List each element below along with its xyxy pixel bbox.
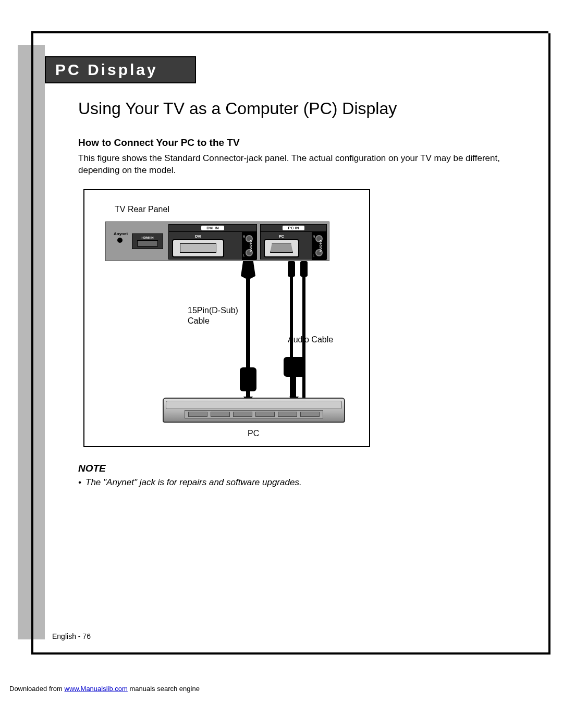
download-footer: Downloaded from www.Manualslib.com manua… bbox=[9, 685, 200, 693]
audio-l-label: L bbox=[313, 254, 314, 257]
vga-connector: PC bbox=[264, 235, 299, 257]
audio-r-label: R bbox=[243, 235, 245, 238]
dvi-port-group: DVI IN DVI R AUDIO L bbox=[168, 224, 257, 260]
audio-vertical-label: AUDIO bbox=[249, 240, 252, 252]
hdmi-in-port: HDMI IN bbox=[132, 233, 163, 249]
audio-merge-icon bbox=[284, 357, 305, 377]
audio-vertical-label: AUDIO bbox=[319, 240, 322, 252]
audio-cable-line bbox=[302, 261, 305, 401]
connection-diagram: TV Rear Panel Anynet HDMI IN DVI IN DVI bbox=[83, 189, 370, 447]
note-item: The "Anynet" jack is for repairs and sof… bbox=[78, 477, 521, 488]
anynet-label: Anynet bbox=[114, 231, 128, 236]
dsub-cable-label-2: Cable bbox=[188, 316, 210, 326]
pc-label: PC bbox=[248, 429, 259, 438]
pc-in-header: PC IN bbox=[261, 225, 326, 232]
anynet-port-icon bbox=[117, 238, 123, 243]
footer-prefix: Downloaded from bbox=[9, 685, 65, 693]
section-header: PC Display bbox=[45, 56, 196, 83]
section-header-text: PC Display bbox=[55, 61, 158, 79]
footer-suffix: manuals search engine bbox=[128, 685, 200, 693]
pc-device-icon bbox=[163, 398, 345, 423]
hdmi-slot-icon bbox=[137, 240, 158, 246]
pc-audio-block: R AUDIO L bbox=[312, 232, 326, 260]
dsub-cable-label-1: 15Pin(D-Sub) bbox=[188, 306, 238, 315]
tv-rear-panel-label: TV Rear Panel bbox=[115, 205, 169, 214]
dvi-in-label: DVI IN bbox=[201, 226, 224, 230]
vga-pins-icon bbox=[270, 243, 293, 253]
dvi-in-header: DVI IN bbox=[169, 225, 256, 232]
audio-l-label: L bbox=[243, 254, 244, 257]
dvi-audio-block: R AUDIO L bbox=[242, 232, 256, 260]
dvi-connector: DVI bbox=[172, 235, 224, 257]
dvi-label: DVI bbox=[172, 235, 224, 238]
pc-in-label: PC IN bbox=[283, 226, 304, 230]
dvi-pins-icon bbox=[180, 243, 216, 253]
intro-paragraph: This figure shows the Standard Connector… bbox=[78, 153, 521, 177]
pc-port-label: PC bbox=[264, 235, 299, 238]
page-number: English - 76 bbox=[52, 632, 91, 640]
page-title: Using Your TV as a Computer (PC) Display bbox=[78, 99, 521, 118]
hdmi-in-label: HDMI IN bbox=[142, 236, 154, 239]
manualslib-link[interactable]: www.Manualslib.com bbox=[65, 685, 128, 693]
tv-rear-panel: Anynet HDMI IN DVI IN DVI R bbox=[105, 221, 329, 261]
note-heading: NOTE bbox=[78, 463, 521, 474]
subsection-heading: How to Connect Your PC to the TV bbox=[78, 137, 521, 149]
pc-port-group: PC IN PC R AUDIO L bbox=[260, 224, 327, 260]
page-content: Using Your TV as a Computer (PC) Display… bbox=[78, 99, 521, 488]
vga-ferrite-icon bbox=[240, 367, 256, 391]
audio-cable-label: Audio Cable bbox=[288, 335, 333, 344]
audio-r-label: R bbox=[313, 235, 315, 238]
